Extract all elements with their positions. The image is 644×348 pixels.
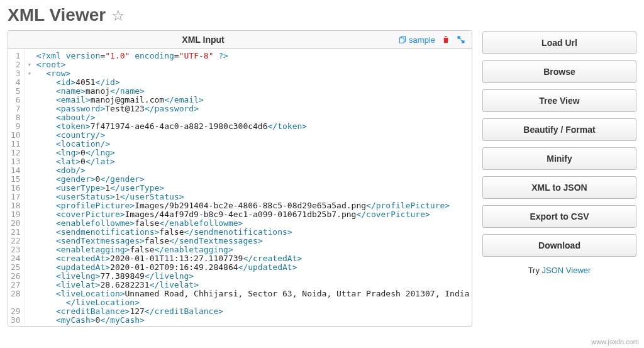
code-line[interactable]: <userType>1</userType>: [36, 184, 469, 193]
code-line[interactable]: <about/>: [36, 113, 469, 122]
code-line[interactable]: <livelng>77.389849</livelng>: [36, 272, 469, 281]
minify-button[interactable]: Minify: [482, 147, 636, 170]
code-line[interactable]: <creditBalance>127</creditBalance>: [36, 307, 469, 316]
line-gutter: 1234567891011121314151617181920212223242…: [8, 49, 25, 326]
code-line[interactable]: <sendmenotifications>false</sendmenotifi…: [36, 228, 469, 237]
clear-button[interactable]: [441, 35, 450, 44]
code-line[interactable]: <coverPicture>Images/44af97d9-b8c9-4ec1-…: [36, 210, 469, 219]
code-line[interactable]: <token>7f471974-ae46-4ac0-a882-1980c300c…: [36, 122, 469, 131]
page-title: XML Viewer: [8, 5, 106, 25]
code-line[interactable]: <dob/>: [36, 166, 469, 175]
code-line[interactable]: <country/>: [36, 131, 469, 140]
sample-label: sample: [409, 35, 435, 45]
code-line[interactable]: <email>manoj@gmail.com</email>: [36, 96, 469, 104]
input-panel-header: XML Input sample: [8, 31, 472, 49]
sample-button[interactable]: sample: [398, 35, 435, 45]
fold-gutter[interactable]: ▾▾: [26, 52, 33, 327]
browse-button[interactable]: Browse: [482, 60, 636, 83]
favorite-star-icon[interactable]: ☆: [111, 7, 125, 24]
action-sidebar: Load Url Browse Tree View Beautify / For…: [482, 30, 636, 327]
fullscreen-button[interactable]: [457, 35, 465, 44]
code-line[interactable]: <updatedAt>2020-01-02T09:16:49.284864</u…: [36, 263, 469, 272]
code-line[interactable]: <lng>0</lng>: [36, 149, 469, 157]
code-editor[interactable]: 1234567891011121314151617181920212223242…: [8, 49, 472, 326]
load-url-button[interactable]: Load Url: [482, 31, 636, 54]
code-line[interactable]: <enablefollowme>false</enablefollowme>: [36, 219, 469, 228]
code-line[interactable]: <?xml version="1.0" encoding="UTF-8" ?>: [36, 52, 469, 60]
code-line[interactable]: <createdAt>2020-01-01T11:13:27.1107739</…: [36, 254, 469, 263]
svg-rect-1: [399, 38, 404, 43]
code-line[interactable]: <password>Test@123</password>: [36, 104, 469, 113]
code-line[interactable]: </row>: [36, 325, 469, 326]
input-panel-title: XML Input: [182, 35, 224, 45]
export-csv-button[interactable]: Export to CSV: [482, 205, 636, 228]
json-viewer-link[interactable]: JSON Viewer: [542, 266, 591, 275]
xml-to-json-button[interactable]: XML to JSON: [482, 176, 636, 199]
code-line[interactable]: <enabletagging>false</enabletagging>: [36, 245, 469, 254]
code-line[interactable]: <liveLocation>Unnamed Road, Chhijarsi, S…: [36, 289, 469, 298]
code-line[interactable]: <location/>: [36, 140, 469, 149]
code-line[interactable]: <livelat>28.6282231</livelat>: [36, 281, 469, 289]
code-line[interactable]: <root>: [36, 60, 469, 69]
code-line[interactable]: <lat>0</lat>: [36, 157, 469, 166]
code-line[interactable]: <sendTextmessages>false</sendTextmessage…: [36, 237, 469, 245]
code-line[interactable]: <myCash>0</myCash>: [36, 316, 469, 325]
code-line[interactable]: <row>: [36, 69, 469, 78]
code-line[interactable]: <gender>0</gender>: [36, 175, 469, 184]
beautify-button[interactable]: Beautify / Format: [482, 118, 636, 141]
code-line[interactable]: <id>4051</id>: [36, 78, 469, 87]
code-content[interactable]: <?xml version="1.0" encoding="UTF-8" ?><…: [25, 49, 472, 326]
tree-view-button[interactable]: Tree View: [482, 89, 636, 112]
code-line[interactable]: <name>manoj</name>: [36, 87, 469, 96]
code-line[interactable]: <userStatus>1</userStatus>: [36, 193, 469, 201]
watermark: www.jsxdn.com: [591, 338, 639, 345]
code-line[interactable]: <profilePicture>Images/9b291404-bc2e-480…: [36, 201, 469, 210]
code-line[interactable]: </liveLocation>: [36, 298, 469, 307]
download-button[interactable]: Download: [482, 234, 636, 257]
try-json-viewer: Try JSON Viewer: [482, 266, 636, 275]
